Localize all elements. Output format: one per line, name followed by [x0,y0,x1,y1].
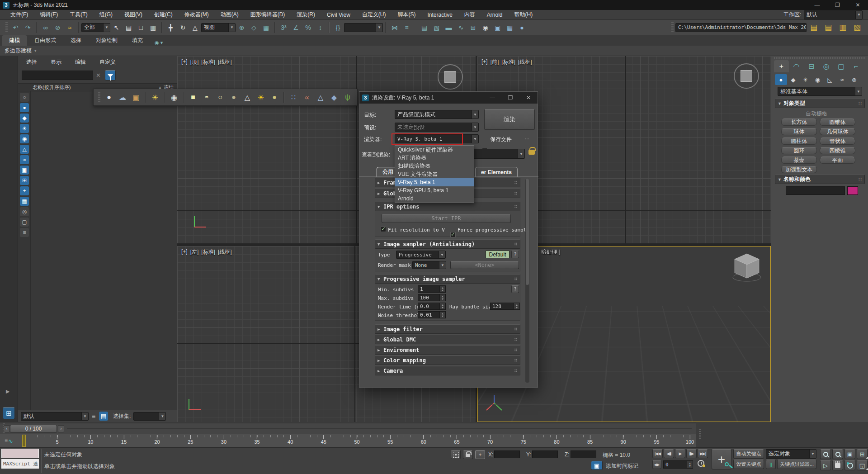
render-production-icon[interactable]: ● [516,22,528,33]
start-ipr-button[interactable]: Start IPR [382,214,511,223]
help-button[interactable]: ? [511,251,519,258]
vray-scatter-icon[interactable]: ◆ [327,91,341,104]
toggle-layer-explorer-icon[interactable]: ▧ [431,22,442,33]
select-and-manipulate-icon[interactable]: ◇ [248,22,259,33]
time-configuration-icon[interactable] [698,460,704,467]
grid-toggle-icon[interactable]: ⊞ [3,407,15,419]
primitive-button[interactable]: 加强型文本 [781,166,817,173]
next-frame-arrow[interactable]: › [58,425,64,432]
x-coordinate-field[interactable] [494,450,520,458]
viewport-label-token[interactable]: [前] [491,58,499,66]
maximize-viewport-toggle-icon[interactable]: ◱ [857,460,868,470]
create-tab[interactable]: + [774,60,789,72]
utilities-tab[interactable]: ⌐ [849,60,863,72]
vray-cloud-icon[interactable]: ☁ [116,91,129,104]
set-project-folder-icon[interactable]: ▥ [836,22,849,33]
renderer-option[interactable]: Quicksilver 硬件渲染器 [395,146,474,154]
rollout-ipr-options[interactable]: ▼IPR options∷ [375,202,520,211]
rollout-object-type[interactable]: ▼对象类型∷ [775,99,865,108]
shapes-icon[interactable]: ◆ [787,74,799,85]
preset-dropdown[interactable]: 未选定预设▼ [395,123,479,132]
menu-item[interactable]: 帮助(H) [509,10,539,20]
viewcube-face[interactable] [444,71,456,83]
pan-icon[interactable] [832,460,843,470]
vray-mesh-light-icon[interactable]: ● [227,91,241,104]
toolbar-grip[interactable] [98,92,100,103]
display-materials-icon[interactable]: ◎ [20,207,29,216]
panel-grip[interactable] [774,57,865,59]
key-mode-toggle-icon[interactable]: ◀▶ [652,460,661,469]
selection-lock-toggle-icon[interactable] [463,450,473,459]
orbit-icon[interactable] [844,460,855,470]
render-button[interactable]: 渲染 [484,109,535,130]
app-logo-icon[interactable]: 3 [3,2,9,9]
select-and-link-icon[interactable]: ∞ [40,22,51,33]
collapsed-rollout[interactable]: ▶Global DMC∷ [375,335,520,344]
vray-plane-icon[interactable]: △ [314,91,327,104]
explorer-menu-item[interactable]: 显示 [51,58,61,66]
curve-editor-icon[interactable]: ∿ [455,22,467,33]
menu-item[interactable]: 创建(C) [148,10,179,20]
geometry-icon[interactable]: ● [775,74,787,85]
selection-filter-dropdown[interactable]: 全部▼ [81,23,110,32]
primitive-button[interactable]: 圆环 [781,147,817,154]
asset-library-icon[interactable]: ▤ [807,22,821,33]
explorer-object-list[interactable] [31,91,177,410]
rendered-frame-window-icon[interactable]: ▦ [504,22,515,33]
redo-icon[interactable]: ↷ [22,22,33,33]
dialog-title-bar[interactable]: 3 渲染设置: V-Ray 5, beta 1 —❐✕ [359,92,538,104]
collapsed-rollout[interactable]: ▶Camera∷ [375,366,520,375]
field-of-view-icon[interactable]: ▷ [820,460,831,470]
previous-frame-icon[interactable]: ◀▮ [664,449,674,458]
open-project-folder-icon[interactable]: ▤ [821,22,835,33]
lock-view-icon[interactable] [528,147,535,155]
viewport-label-token[interactable]: [顶] [190,58,199,66]
viewport-label-token[interactable]: [+] [181,58,188,66]
maxscript-mini-listener-pink[interactable] [1,449,39,458]
menu-item[interactable]: 视图(V) [118,10,148,20]
maxscript-mini-listener[interactable]: MAXScript 迷 [1,459,39,469]
project-folder-dropdown[interactable]: C:\Users\Administrator\Documents\3ds Max… [675,23,807,32]
select-and-scale-icon[interactable]: △ [189,22,201,33]
systems-icon[interactable]: ⊚ [848,74,860,85]
zoom-icon[interactable] [820,449,831,459]
object-color-swatch[interactable] [847,186,858,195]
collapsed-rollout[interactable]: ▶Environment∷ [375,345,520,355]
vray-infinite-plane-icon[interactable]: ∷ [287,91,300,104]
lights-icon[interactable]: ☀ [799,74,811,85]
render-mask-none-button[interactable]: <None> [450,261,519,269]
fit-resolution-checkbox[interactable] [381,227,386,232]
menu-item[interactable]: Interactive [421,10,458,20]
default-button[interactable]: Default [486,251,509,258]
renderer-option[interactable]: ART 渲染器 [395,154,474,162]
zoom-region-icon[interactable] [832,449,843,459]
viewport-label-token[interactable]: [标准] [201,58,215,66]
go-to-end-icon[interactable]: ▶▶| [698,449,708,458]
helpers-icon[interactable]: ◺ [824,74,836,85]
vray-sphere-light-icon[interactable]: ○ [213,91,227,104]
space-warps-icon[interactable]: ≈ [836,74,848,85]
viewport-label-fragment[interactable]: 暗处理 ] [541,248,561,256]
explorer-search-input[interactable] [22,71,93,80]
percent-snap-icon[interactable]: % [302,22,314,33]
vray-dome-light-icon[interactable]: ◓ [200,91,213,104]
vray-light-lister-icon[interactable]: ☀ [148,91,162,104]
vray-proxy-icon[interactable]: ∝ [300,91,314,104]
sort-mode-icon[interactable]: ○ [20,93,29,102]
viewcube-face[interactable] [741,70,752,82]
cameras-icon[interactable]: ◉ [811,74,824,85]
current-frame-marker[interactable] [22,435,26,447]
vray-fur-icon[interactable]: ψ [341,91,354,104]
render-mask-dropdown[interactable]: None ▼ [412,261,446,269]
sampler-type-dropdown[interactable]: Progressive ▼ [396,251,446,259]
snaps-toggle-icon[interactable]: 3³ [278,22,289,33]
zoom-extents-all-icon[interactable]: ⊞ [857,449,868,459]
menu-item[interactable]: 组(G) [94,10,118,20]
undo-icon[interactable]: ↶ [10,22,21,33]
display-geometry-icon[interactable]: ● [20,103,29,112]
hierarchy-tab[interactable]: ⊟ [804,60,819,72]
viewport-label-token[interactable]: [线框] [218,248,232,256]
ribbon-tab[interactable]: 对象绘制 [89,35,125,46]
collapsed-rollout[interactable]: ▶Color mapping∷ [375,356,520,365]
noise-threshold-field[interactable]: 0.01▲▼ [418,311,446,318]
